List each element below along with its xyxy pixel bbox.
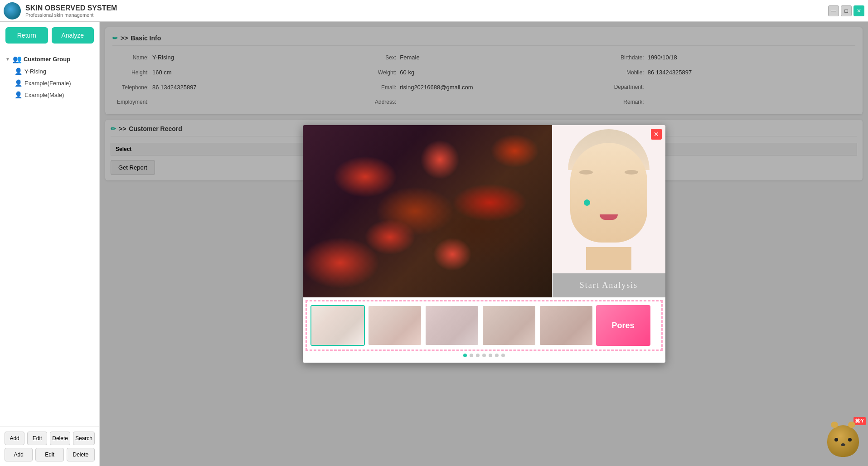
neck [586,247,631,270]
sidebar-item-label-3: Example(Male) [24,92,64,98]
app-subtitle: Professional skin management [25,12,117,18]
modal-right-panel: Start Analysis [552,125,665,297]
sidebar-item-example-male[interactable]: 👤 Example(Male) [0,89,99,101]
right-eye [625,170,638,175]
thumb-image-2 [369,306,421,345]
thumb-image-5 [540,306,592,345]
sidebar-btn-row-2: Add Edit Delete [5,448,95,461]
dot-7[interactable] [501,354,505,357]
sidebar-btn-row-1: Add Edit Delete Search [5,432,95,445]
face-illustration [559,129,659,270]
thumbnail-strip-wrapper: Pores [303,297,665,363]
thumbnail-4[interactable] [482,305,536,346]
left-eye [579,170,593,175]
title-bar: SKIN OBSERVED SYSTEM Professional skin m… [0,0,868,22]
skin-texture-display [303,125,552,297]
thumbnail-1[interactable] [310,305,365,346]
thumbnail-strip: Pores [305,300,663,351]
pores-thumbnail[interactable]: Pores [596,305,650,346]
microscope-image-area [303,125,552,297]
add-button-2[interactable]: Add [5,448,33,461]
person-icon-male: 👤 [15,91,22,98]
bear-nose [841,443,845,446]
expand-icon: ▼ [5,57,10,62]
modal-top-section: Start Analysis [303,125,665,297]
app-title: SKIN OBSERVED SYSTEM [25,4,117,12]
modal-dialog: ✕ [303,125,665,363]
thumbnail-2[interactable] [368,305,422,346]
face-position-dot [584,199,590,206]
analyze-button[interactable]: Analyze [52,27,94,44]
maximize-button[interactable]: □ [841,5,852,16]
mascot-container: 英·Y [827,425,863,457]
sidebar: Return Analyze ▼ 👥 Customer Group 👤 Y-Ri… [0,22,100,466]
dot-2[interactable] [470,354,473,357]
delete-button[interactable]: Delete [50,432,70,445]
sidebar-top-buttons: Return Analyze [0,22,99,49]
sidebar-item-customer-group[interactable]: ▼ 👥 Customer Group [0,53,99,65]
minimize-button[interactable]: — [828,5,839,16]
bear-eye-right [848,438,852,442]
face-diagram-area[interactable] [553,125,665,273]
dot-4[interactable] [482,354,486,357]
sidebar-item-y-rising[interactable]: 👤 Y-Rising [0,65,99,77]
app-title-group: SKIN OBSERVED SYSTEM Professional skin m… [25,4,117,18]
sidebar-item-label: Y-Rising [24,68,46,75]
modal-dot-indicators [305,351,663,360]
mascot-bear [827,425,859,457]
lips [600,214,618,220]
sidebar-item-example-female[interactable]: 👤 Example(Female) [0,77,99,89]
sidebar-bottom: Add Edit Delete Search Add Edit Delete [0,427,99,466]
mascot: 英·Y [827,425,863,461]
close-button[interactable]: ✕ [853,5,864,16]
modal-body: Start Analysis [303,125,665,363]
sidebar-tree: ▼ 👥 Customer Group 👤 Y-Rising 👤 Example(… [0,49,99,427]
sidebar-item-label-2: Example(Female) [24,80,71,87]
app-logo [4,2,21,19]
return-button[interactable]: Return [5,27,48,44]
app-logo-area: SKIN OBSERVED SYSTEM Professional skin m… [4,2,117,19]
customer-group-label: Customer Group [24,56,70,63]
person-icon-female-2: 👤 [15,79,22,87]
modal-overlay[interactable]: ✕ [100,22,868,466]
dot-1[interactable] [463,354,467,357]
main-layout: Return Analyze ▼ 👥 Customer Group 👤 Y-Ri… [0,22,868,466]
edit-button[interactable]: Edit [27,432,47,445]
group-icon: 👥 [14,55,21,63]
thumbnail-5[interactable] [539,305,593,346]
start-analysis-button[interactable]: Start Analysis [553,273,665,297]
delete-button-2[interactable]: Delete [67,448,95,461]
modal-close-button[interactable]: ✕ [651,129,662,140]
dot-5[interactable] [489,354,492,357]
thumb-image-3 [426,306,478,345]
search-button[interactable]: Search [73,432,95,445]
add-button[interactable]: Add [5,432,24,445]
face-oval [570,143,647,243]
dot-3[interactable] [476,354,480,357]
content-area: ✏ >> Basic Info Name: Y-Rising Sex: Fema… [100,22,868,466]
pores-label: Pores [611,321,634,330]
bear-eye-left [834,438,838,442]
dot-6[interactable] [495,354,499,357]
person-icon-female: 👤 [15,68,22,75]
thumb-image-1 [311,306,364,345]
window-controls[interactable]: — □ ✕ [828,5,864,16]
edit-button-2[interactable]: Edit [35,448,63,461]
thumbnail-3[interactable] [425,305,479,346]
thumb-image-4 [483,306,535,345]
